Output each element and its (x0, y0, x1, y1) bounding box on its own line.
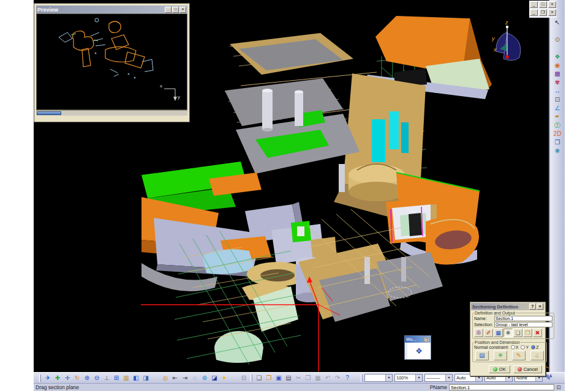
definition-output-label: Definition and Output (474, 311, 516, 315)
quick-print-icon[interactable]: ⊟ (239, 373, 249, 382)
previous-view-icon[interactable]: ⇤ (170, 373, 180, 382)
preview-window[interactable]: Preview _ □ × (34, 3, 190, 122)
constraint-radio[interactable]: X (511, 345, 519, 349)
clash-detection-tool[interactable]: ❏ (513, 329, 522, 337)
dialog-help-button[interactable]: ? (529, 303, 536, 310)
ok-icon (493, 367, 497, 371)
line-type-combo[interactable]: ——— ▾ (424, 374, 453, 382)
new-document-icon[interactable]: ❏ (254, 373, 264, 382)
copy-icon[interactable]: ❐ (303, 373, 313, 382)
preview-hscrollbar[interactable] (36, 110, 187, 116)
cut-icon[interactable]: ✂ (293, 373, 303, 382)
2d-mode-icon[interactable]: 2D (552, 130, 563, 138)
paste-icon[interactable]: ▦ (313, 373, 323, 382)
chevron-down-icon[interactable]: ▾ (445, 374, 452, 381)
shaded-view-icon[interactable]: ◧ (131, 373, 141, 382)
catia-app-window: z y x Wo... ❐ ❖ Preview _ □ (34, 0, 565, 391)
undo-icon[interactable]: ↶ (323, 373, 333, 382)
annotated-views-icon[interactable]: ⊡ (552, 95, 563, 104)
rotate-icon[interactable]: ↻ (72, 373, 82, 382)
constraint-radio[interactable]: Z (531, 345, 538, 349)
3d-annotation-icon[interactable]: ✒ (552, 113, 563, 121)
ok-button[interactable]: OK (489, 365, 510, 373)
dialog-titlebar[interactable]: Sectioning Definition ? × (471, 303, 545, 310)
export-section-tool[interactable]: ❒ (523, 329, 532, 337)
constraint-radio[interactable]: Y (521, 345, 529, 349)
doc-close-button[interactable]: × (548, 9, 556, 16)
geometry-position-tool[interactable]: ▤ (475, 351, 489, 360)
publish-icon[interactable]: ❋ (552, 147, 563, 155)
doc-restore-button[interactable]: ❐ (539, 9, 547, 16)
zoom-in-icon[interactable]: ⊕ (82, 373, 92, 382)
dmu-review-icon[interactable]: ◉ (552, 61, 563, 70)
zoom-out-icon[interactable]: ⊖ (92, 373, 102, 382)
print-icon[interactable]: ▤ (284, 373, 293, 382)
mini-window-titlebar[interactable]: Wo... ❐ (405, 336, 431, 343)
preview-close-button[interactable]: × (179, 7, 186, 13)
pan-icon[interactable]: ✛ (62, 373, 72, 382)
fly-through-icon[interactable]: ⊙ (552, 35, 563, 44)
screenshot-page: z y x Wo... ❐ ❖ Preview _ □ (0, 0, 588, 391)
radio-label: X (516, 345, 519, 349)
text-note-icon[interactable]: Ⓣ (552, 121, 563, 130)
preview-maximize-button[interactable]: □ (172, 7, 179, 13)
position-dimension-group: Position and Dimension Normal constraint… (472, 340, 547, 362)
swap-visible-space-icon[interactable]: ❐ (552, 138, 563, 147)
cancel-button[interactable]: Cancel (513, 365, 542, 373)
edit-position-tool[interactable]: ✎ (512, 351, 526, 360)
next-view-icon[interactable]: ⇥ (180, 373, 190, 382)
section-plane-tool[interactable]: ✇ (474, 329, 483, 337)
toolbar-grip (361, 374, 363, 382)
compass-position-tool[interactable]: ✳ (494, 351, 507, 360)
named-views-icon[interactable]: ◌ (190, 373, 200, 382)
lighting-icon[interactable]: ✦ (219, 373, 229, 382)
select-icon[interactable]: ↖ (552, 18, 563, 27)
pname-label: PName (430, 384, 447, 390)
app-minimize-button[interactable]: _ (530, 1, 538, 8)
prompt-zone-icon[interactable]: ⊡ (554, 384, 563, 390)
measure-between-icon[interactable]: ✾ (552, 78, 563, 87)
redo-icon[interactable]: ↷ (333, 373, 342, 382)
save-icon[interactable]: ▣ (274, 373, 284, 382)
combo-value: ——— (425, 375, 445, 381)
doc-minimize-button[interactable]: _ (530, 9, 538, 16)
open-icon[interactable]: ❒ (264, 373, 274, 382)
section-result-window-tool[interactable]: ▦ (494, 329, 503, 337)
fly-mode-icon[interactable]: ✈ (43, 373, 53, 382)
mini-window-title: Wo... (406, 337, 424, 341)
sectioning-icon[interactable]: ∠ (552, 104, 563, 113)
help-icon[interactable]: ? (342, 373, 352, 382)
workbench-mini-window[interactable]: Wo... ❐ ❖ (404, 335, 431, 360)
opacity-combo[interactable]: 100% ▾ (394, 374, 423, 382)
app-close-button[interactable]: × (548, 1, 556, 8)
chevron-down-icon[interactable]: ▾ (415, 374, 422, 381)
reset-position-tool[interactable]: ⌂ (530, 351, 544, 360)
fill-color-combo[interactable]: ▾ (364, 374, 393, 382)
wireframe-view-icon[interactable]: ◨ (141, 373, 151, 382)
section-slice-tool[interactable]: ✐ (484, 329, 493, 337)
render-style-icon[interactable]: ▥ (121, 373, 131, 382)
preview-minimize-button[interactable]: _ (165, 7, 172, 13)
dialog-close-button[interactable]: × (537, 303, 543, 310)
depth-effect-icon[interactable]: ◪ (209, 373, 219, 382)
chevron-down-icon[interactable]: ▾ (385, 374, 392, 381)
measure-item-icon[interactable]: ↔ (552, 87, 563, 95)
fit-all-in-icon[interactable]: ✚ (53, 373, 62, 382)
multi-view-icon[interactable]: ⊞ (111, 373, 121, 382)
app-maximize-button[interactable]: □ (539, 1, 547, 8)
scene-cubes-icon[interactable]: ▩ (552, 70, 563, 78)
selection-input[interactable] (494, 322, 552, 327)
mini-window-restore-button[interactable]: ❐ (424, 337, 429, 342)
view-compass[interactable]: z y x (489, 18, 528, 65)
remove-cut-tool[interactable]: ✖ (533, 329, 542, 337)
section-name-input[interactable] (494, 316, 552, 321)
normal-view-icon[interactable]: ⊥ (102, 373, 111, 382)
grab-section-tool[interactable]: ✱ (503, 329, 513, 337)
sectioning-definition-dialog[interactable]: Sectioning Definition ? × Definition and… (470, 302, 546, 376)
pname-input[interactable] (449, 384, 554, 390)
full-screen-icon[interactable]: ⊛ (200, 373, 209, 382)
preview-titlebar[interactable]: Preview _ □ × (36, 6, 187, 13)
centered-view-icon[interactable]: ◎ (160, 373, 170, 382)
dmu-navigator-icon[interactable]: ❖ (552, 53, 563, 61)
preview-hscroll-thumb[interactable] (37, 111, 61, 115)
